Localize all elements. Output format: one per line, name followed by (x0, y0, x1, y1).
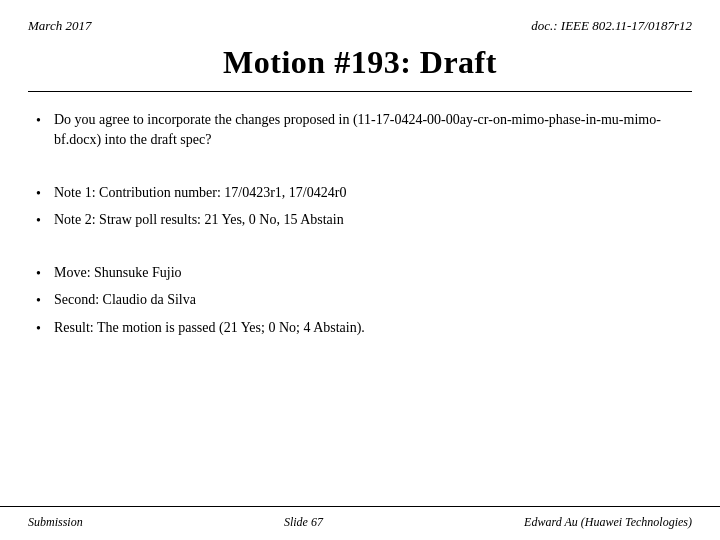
header-doc: doc.: IEEE 802.11-17/0187r12 (531, 18, 692, 34)
bullet-text-2: Note 1: Contribution number: 17/0423r1, … (54, 183, 684, 203)
bullet-dot-2: • (36, 184, 54, 204)
slide-title: Motion #193: Draft (28, 44, 692, 81)
bullet-text-1: Do you agree to incorporate the changes … (54, 110, 684, 151)
bullet-text-4: Move: Shunsuke Fujio (54, 263, 684, 283)
bullet-section-3: • Move: Shunsuke Fujio • Second: Claudio… (36, 263, 684, 339)
list-item: • Note 2: Straw poll results: 21 Yes, 0 … (36, 210, 684, 231)
list-item: • Result: The motion is passed (21 Yes; … (36, 318, 684, 339)
bullet-text-6: Result: The motion is passed (21 Yes; 0 … (54, 318, 684, 338)
footer-submission: Submission (28, 515, 83, 530)
list-item: • Second: Claudio da Silva (36, 290, 684, 311)
footer: Submission Slide 67 Edward Au (Huawei Te… (0, 506, 720, 540)
title-section: Motion #193: Draft (0, 34, 720, 81)
bullet-section-2: • Note 1: Contribution number: 17/0423r1… (36, 183, 684, 232)
content: • Do you agree to incorporate the change… (0, 92, 720, 339)
bullet-dot-1: • (36, 111, 54, 131)
bullet-section-1: • Do you agree to incorporate the change… (36, 110, 684, 151)
bullet-text-5: Second: Claudio da Silva (54, 290, 684, 310)
bullet-text-3: Note 2: Straw poll results: 21 Yes, 0 No… (54, 210, 684, 230)
list-item: • Note 1: Contribution number: 17/0423r1… (36, 183, 684, 204)
bullet-dot-5: • (36, 291, 54, 311)
bullet-dot-4: • (36, 264, 54, 284)
bullet-dot-6: • (36, 319, 54, 339)
bullet-dot-3: • (36, 211, 54, 231)
list-item: • Move: Shunsuke Fujio (36, 263, 684, 284)
slide: March 2017 doc.: IEEE 802.11-17/0187r12 … (0, 0, 720, 540)
footer-author: Edward Au (Huawei Technologies) (524, 515, 692, 530)
list-item: • Do you agree to incorporate the change… (36, 110, 684, 151)
footer-slide: Slide 67 (284, 515, 323, 530)
header-date: March 2017 (28, 18, 91, 34)
header: March 2017 doc.: IEEE 802.11-17/0187r12 (0, 0, 720, 34)
